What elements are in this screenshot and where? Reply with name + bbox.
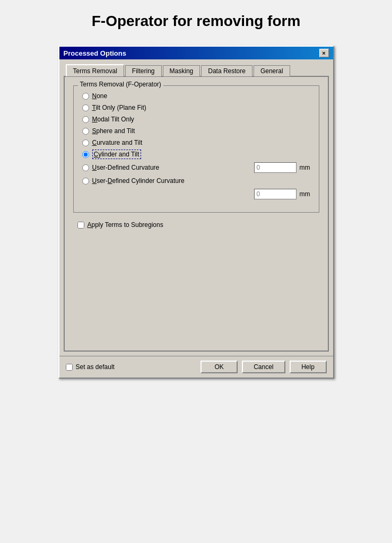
user-curvature-input[interactable] [254,162,297,173]
label-tilt-only[interactable]: Tilt Only (Plane Fit) [92,104,146,111]
label-sphere-tilt[interactable]: Sphere and Tilt [92,127,135,135]
user-cylinder-input-container: mm [254,189,310,199]
user-curvature-unit: mm [300,164,310,171]
radio-row-none: None [82,92,310,100]
radio-curvature-tilt[interactable] [82,139,89,146]
footer-left: Set as default [66,363,197,371]
tab-data-restore[interactable]: Data Restore [201,65,252,76]
radio-row-cylinder-tilt: Cylinder and Tilt [82,151,310,158]
user-cylinder-input-row: mm [82,189,310,199]
label-curvature-tilt[interactable]: Curvature and Tilt [92,139,143,146]
cancel-button[interactable]: Cancel [242,361,285,373]
tab-masking[interactable]: Masking [163,65,201,76]
radio-row-user-curvature: User-Defined Curvature mm [82,162,310,173]
radio-row-sphere-tilt: Sphere and Tilt [82,127,310,135]
radio-user-curvature[interactable] [82,164,89,171]
user-cylinder-input[interactable] [254,189,297,199]
radio-cylinder-tilt[interactable] [82,151,89,158]
label-cylinder-tilt[interactable]: Cylinder and Tilt [92,151,141,158]
dialog: Processed Options × Terms Removal Filter… [58,46,334,379]
tab-terms-removal[interactable]: Terms Removal [66,64,124,76]
label-modal-tilt[interactable]: Modal Tilt Only [92,116,134,123]
dialog-title: Processed Options [64,49,126,57]
set-default-checkbox[interactable] [66,364,73,371]
set-default-label[interactable]: Set as default [76,363,115,371]
tabs-bar: Terms Removal Filtering Masking Data Res… [64,64,329,76]
group-box-legend: Terms Removal (F-Operator) [78,81,163,88]
tab-general[interactable]: General [254,65,290,76]
terms-removal-group: Terms Removal (F-Operator) None Tilt Onl… [73,85,319,213]
page-title: F-Operator for removing form [0,0,392,40]
footer-buttons: OK Cancel Help [201,361,326,373]
ok-button[interactable]: OK [201,361,238,373]
radio-tilt-only[interactable] [82,104,89,111]
radio-row-curvature-tilt: Curvature and Tilt [82,139,310,146]
dialog-body: Terms Removal Filtering Masking Data Res… [59,59,333,356]
label-user-curvature[interactable]: User-Defined Curvature [92,164,160,171]
set-default-row: Set as default [66,363,115,371]
highlighted-label: Cylinder and Tilt [92,150,141,159]
radio-modal-tilt[interactable] [82,116,89,123]
apply-subregions-label[interactable]: Apply Terms to Subregions [88,221,163,229]
radio-none[interactable] [82,93,89,100]
radio-sphere-tilt[interactable] [82,128,89,135]
radio-user-cylinder[interactable] [82,178,89,185]
radio-row-tilt-only: Tilt Only (Plane Fit) [82,104,310,111]
dialog-footer: Set as default OK Cancel Help [59,356,333,378]
label-none[interactable]: None [92,92,108,100]
dialog-wrapper: Processed Options × Terms Removal Filter… [0,40,392,384]
apply-subregions-checkbox[interactable] [77,222,84,229]
close-button[interactable]: × [319,49,329,57]
user-cylinder-unit: mm [300,190,310,198]
help-button[interactable]: Help [290,361,327,373]
label-user-cylinder[interactable]: User-Defined Cylinder Curvature [92,177,185,185]
apply-subregions-row: Apply Terms to Subregions [77,221,319,229]
tab-content: Terms Removal (F-Operator) None Tilt Onl… [64,76,329,352]
radio-row-user-cylinder: User-Defined Cylinder Curvature [82,177,310,185]
user-curvature-input-row: mm [254,162,310,173]
dialog-titlebar: Processed Options × [59,47,333,59]
radio-row-modal-tilt: Modal Tilt Only [82,116,310,123]
tab-filtering[interactable]: Filtering [125,65,162,76]
